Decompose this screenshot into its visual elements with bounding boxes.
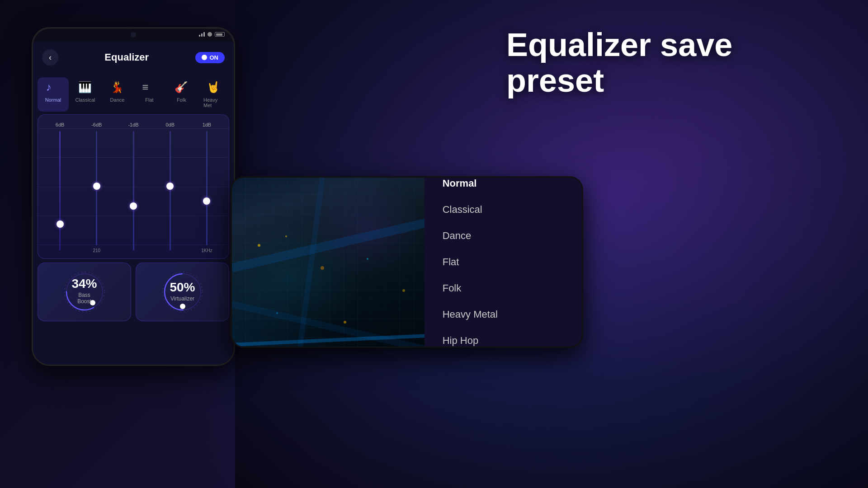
svg-point-14	[276, 312, 278, 314]
band3-db: -1dB	[128, 122, 138, 127]
classical-icon: 🎹	[78, 81, 93, 95]
phone-portrait: ‹ Equalizer ON ♪ Normal 🎹 Classical 💃 Da…	[32, 27, 235, 366]
bass-boost-label: Bass Boost	[71, 292, 97, 305]
preset-list-hip-hop[interactable]: Hip Hop	[425, 328, 582, 348]
toggle-label: ON	[210, 54, 219, 61]
classical-label: Classical	[75, 97, 95, 103]
band5-db: 1dB	[203, 122, 212, 127]
power-toggle[interactable]: ON	[195, 52, 225, 63]
band5-freq: 1KHz	[201, 248, 212, 253]
preset-list-area: Normal Classical Dance Flat Folk Heavy M…	[425, 178, 582, 347]
svg-point-13	[402, 289, 405, 292]
phone-landscape: Normal Classical Dance Flat Folk Heavy M…	[231, 176, 583, 348]
preset-list-heavy-metal[interactable]: Heavy Metal	[425, 301, 582, 328]
app-header: ‹ Equalizer ON	[33, 42, 234, 73]
dance-label: Dance	[110, 97, 125, 103]
band4-slider[interactable]	[170, 131, 171, 250]
band3-thumb[interactable]	[130, 202, 137, 210]
flat-label: Flat	[145, 97, 153, 103]
preset-list-normal[interactable]: Normal	[425, 176, 582, 197]
back-button[interactable]: ‹	[42, 49, 58, 66]
normal-icon: ♪	[46, 81, 61, 95]
preset-heavy-metal[interactable]: 🤘 Heavy Met	[198, 77, 229, 112]
svg-point-9	[258, 244, 260, 247]
phone-landscape-inner: Normal Classical Dance Flat Folk Heavy M…	[232, 178, 582, 347]
folk-label: Folk	[177, 97, 186, 103]
normal-label: Normal	[45, 97, 61, 103]
app-title: Equalizer	[104, 52, 149, 63]
band3-slider[interactable]	[133, 131, 134, 250]
band2-freq: 210	[93, 248, 100, 253]
main-heading: Equalizer save preset	[506, 27, 823, 99]
toggle-dot	[202, 55, 207, 60]
wifi-icon	[208, 32, 212, 37]
bass-boost-panel: 34% Bass Boost	[38, 263, 131, 321]
signal-bar-2	[201, 33, 203, 37]
svg-point-15	[344, 321, 346, 324]
band1-slider[interactable]	[59, 131, 61, 250]
preset-list-dance[interactable]: Dance	[425, 223, 582, 249]
virtualizer-label: Virtualizer	[170, 296, 195, 302]
preset-list-folk[interactable]: Folk	[425, 275, 582, 301]
svg-point-11	[321, 266, 324, 270]
signal-indicator	[199, 32, 205, 37]
svg-point-12	[367, 258, 368, 260]
preset-list-classical[interactable]: Classical	[425, 197, 582, 223]
status-bar	[199, 32, 225, 37]
band5-thumb[interactable]	[203, 197, 210, 205]
knob-row: 34% Bass Boost	[38, 263, 229, 321]
band1-thumb[interactable]	[57, 221, 64, 228]
virtualizer-indicator	[180, 304, 185, 309]
virtualizer-panel: 50% Virtualizer	[136, 263, 229, 321]
eq-band-1: 6dB	[43, 122, 76, 253]
svg-point-10	[285, 235, 287, 237]
band2-slider[interactable]	[96, 131, 97, 245]
svg-line-6	[232, 223, 425, 268]
city-lights-svg	[232, 178, 425, 347]
city-image-area	[232, 178, 425, 347]
eq-band-3: -1dB	[117, 122, 150, 253]
preset-flat[interactable]: ≡ Flat	[134, 77, 165, 112]
folk-icon: 🎸	[175, 81, 189, 95]
bass-boost-knob[interactable]: 34% Bass Boost	[62, 269, 107, 314]
band2-db: -6dB	[91, 122, 102, 127]
preset-row: ♪ Normal 🎹 Classical 💃 Dance ≡ Flat 🎸 Fo…	[33, 73, 234, 112]
eq-band-2: -6dB 210	[80, 122, 113, 253]
eq-band-4: 0dB	[154, 122, 187, 253]
signal-bar-3	[203, 32, 205, 37]
virtualizer-knob[interactable]: 50% Virtualizer	[160, 269, 205, 314]
band5-slider[interactable]	[206, 131, 208, 245]
eq-band-5: 1dB 1KHz	[190, 122, 223, 253]
band1-db: 6dB	[56, 122, 65, 127]
preset-list-flat[interactable]: Flat	[425, 249, 582, 275]
heavy-metal-label: Heavy Met	[203, 97, 224, 108]
app-content: ‹ Equalizer ON ♪ Normal 🎹 Classical 💃 Da…	[33, 42, 234, 365]
preset-dance[interactable]: 💃 Dance	[102, 77, 133, 112]
battery-icon	[215, 32, 225, 37]
dance-icon: 💃	[110, 81, 125, 95]
preset-classical[interactable]: 🎹 Classical	[70, 77, 101, 112]
eq-panel: 6dB -6dB 210 -1dB	[38, 114, 229, 259]
preset-folk[interactable]: 🎸 Folk	[166, 77, 197, 112]
band4-db: 0dB	[165, 122, 175, 127]
flat-icon: ≡	[142, 81, 157, 95]
band4-thumb[interactable]	[166, 183, 174, 190]
virtualizer-value: 50%	[170, 280, 195, 295]
band2-thumb[interactable]	[93, 183, 100, 190]
signal-bar-1	[199, 35, 200, 37]
heavy-metal-icon: 🤘	[207, 81, 221, 95]
preset-normal[interactable]: ♪ Normal	[38, 77, 69, 112]
eq-sliders: 6dB -6dB 210 -1dB	[43, 122, 223, 253]
bass-boost-value: 34%	[71, 277, 97, 291]
